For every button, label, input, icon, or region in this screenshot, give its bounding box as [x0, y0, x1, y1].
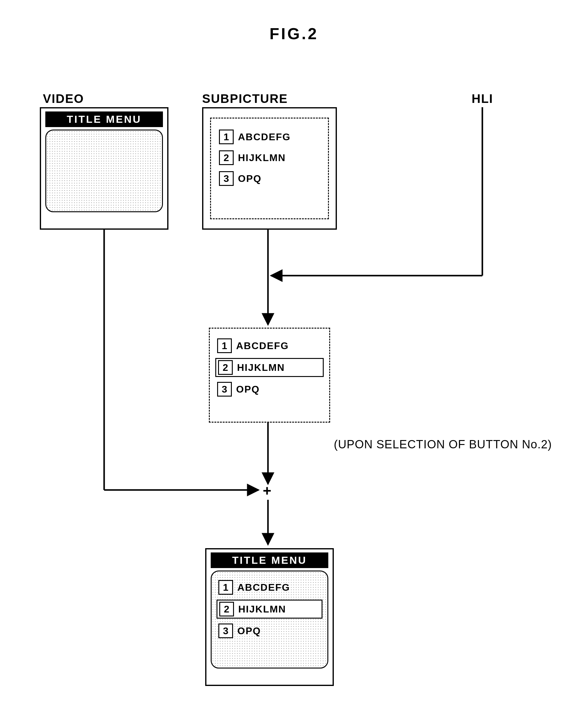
- subpicture-label: SUBPICTURE: [202, 92, 288, 106]
- video-content-area: [45, 129, 163, 212]
- menu-item: 1 ABCDEFG: [217, 128, 322, 145]
- menu-item-number: 1: [217, 338, 232, 353]
- menu-item-number: 3: [217, 382, 232, 397]
- title-menu-bar: TITLE MENU: [45, 111, 163, 127]
- result-box: TITLE MENU 1 ABCDEFG 2 HIJKLMN 3 OPQ: [205, 548, 334, 686]
- result-content: 1 ABCDEFG 2 HIJKLMN 3 OPQ: [211, 570, 328, 669]
- menu-item-number: 2: [219, 150, 234, 165]
- hli-label: HLI: [471, 92, 493, 106]
- selected-subpicture: 1 ABCDEFG 2 HIJKLMN 3 OPQ: [209, 328, 330, 423]
- menu-item-number: 2: [218, 360, 233, 375]
- menu-item: 3 OPQ: [215, 381, 324, 398]
- menu-item-selected: 2 HIJKLMN: [216, 600, 322, 619]
- subpicture-box: 1 ABCDEFG 2 HIJKLMN 3 OPQ: [202, 107, 337, 230]
- video-box: TITLE MENU: [40, 107, 168, 230]
- menu-item-text: OPQ: [238, 173, 261, 184]
- menu-item-number: 2: [219, 602, 234, 616]
- menu-item-text: HIJKLMN: [238, 152, 286, 164]
- menu-item-text: OPQ: [236, 384, 260, 395]
- menu-item: 3 OPQ: [217, 170, 322, 187]
- menu-item-text: ABCDEFG: [237, 582, 290, 593]
- menu-item: 2 HIJKLMN: [217, 149, 322, 166]
- figure-title: FIG.2: [270, 24, 318, 43]
- menu-item-text: ABCDEFG: [238, 131, 291, 143]
- plus-merge-icon: +: [263, 482, 271, 499]
- menu-item-text: HIJKLMN: [237, 362, 285, 373]
- menu-item-number: 1: [219, 129, 234, 144]
- menu-item-number: 3: [218, 624, 233, 638]
- menu-item-selected: 2 HIJKLMN: [215, 358, 324, 377]
- menu-item-number: 3: [219, 171, 234, 186]
- menu-item-text: OPQ: [237, 625, 261, 637]
- selection-note: (UPON SELECTION OF BUTTON No.2): [334, 438, 552, 451]
- menu-item-number: 1: [218, 580, 233, 595]
- menu-item: 1 ABCDEFG: [216, 579, 322, 596]
- menu-item: 3 OPQ: [216, 622, 322, 640]
- video-label: VIDEO: [43, 92, 84, 106]
- subpicture-inner: 1 ABCDEFG 2 HIJKLMN 3 OPQ: [210, 118, 329, 219]
- menu-item-text: HIJKLMN: [238, 604, 286, 615]
- menu-item-text: ABCDEFG: [236, 340, 289, 352]
- menu-item: 1 ABCDEFG: [215, 337, 324, 354]
- title-menu-bar: TITLE MENU: [211, 552, 328, 568]
